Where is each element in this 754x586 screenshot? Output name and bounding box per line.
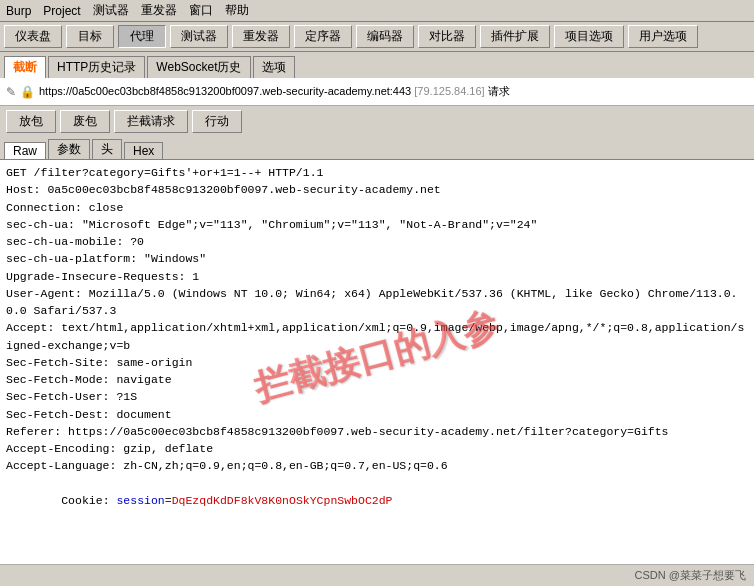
toolbar-dashboard[interactable]: 仪表盘 — [4, 25, 62, 48]
toolbar-user-options[interactable]: 用户选项 — [628, 25, 698, 48]
menu-window[interactable]: 窗口 — [187, 2, 215, 19]
btn-intercept[interactable]: 拦截请求 — [114, 110, 188, 133]
toolbar-repeater[interactable]: 重发器 — [232, 25, 290, 48]
request-line-8: User-Agent: Mozilla/5.0 (Windows NT 10.0… — [6, 285, 748, 320]
edit-icon: ✎ — [6, 85, 16, 99]
url-text: https://0a5c00ec03bcb8f4858c913200bf0097… — [39, 84, 748, 99]
btn-action[interactable]: 行动 — [192, 110, 242, 133]
toolbar-decoder[interactable]: 编码器 — [356, 25, 414, 48]
request-line-15: Accept-Encoding: gzip, deflate — [6, 440, 748, 457]
menu-bar: Burp Project 测试器 重发器 窗口 帮助 — [0, 0, 754, 22]
menu-help[interactable]: 帮助 — [223, 2, 251, 19]
menu-repeater[interactable]: 重发器 — [139, 2, 179, 19]
toolbar-sequencer[interactable]: 定序器 — [294, 25, 352, 48]
btn-forward[interactable]: 放包 — [6, 110, 56, 133]
url-request-label: 请求 — [488, 85, 510, 97]
tab-options[interactable]: 选项 — [253, 56, 295, 78]
sub-tab-params[interactable]: 参数 — [48, 139, 90, 159]
toolbar-intruder[interactable]: 测试器 — [170, 25, 228, 48]
url-href: https://0a5c00ec03bcb8f4858c913200bf0097… — [39, 85, 411, 97]
sub-tab-row: Raw 参数 头 Hex — [0, 136, 754, 160]
request-line-13: Sec-Fetch-Dest: document — [6, 406, 748, 423]
action-row: 放包 废包 拦截请求 行动 — [0, 106, 754, 136]
request-line-11: Sec-Fetch-Mode: navigate — [6, 371, 748, 388]
toolbar-target[interactable]: 目标 — [66, 25, 114, 48]
menu-project[interactable]: Project — [41, 4, 82, 18]
toolbar: 仪表盘 目标 代理 测试器 重发器 定序器 编码器 对比器 插件扩展 项目选项 … — [0, 22, 754, 52]
toolbar-proxy[interactable]: 代理 — [118, 25, 166, 48]
cookie-eq: = — [165, 494, 172, 507]
tab-websocket-history[interactable]: WebSocket历史 — [147, 56, 250, 78]
url-ip-val: [79.125.84.16] — [414, 85, 484, 97]
request-line-5: sec-ch-ua-mobile: ?0 — [6, 233, 748, 250]
request-body[interactable]: 拦截接口的入参 GET /filter?category=Gifts'+or+1… — [0, 160, 754, 564]
url-bar: ✎ 🔒 https://0a5c00ec03bcb8f4858c913200bf… — [0, 78, 754, 106]
toolbar-comparer[interactable]: 对比器 — [418, 25, 476, 48]
request-line-7: Upgrade-Insecure-Requests: 1 — [6, 268, 748, 285]
content-area: ✎ 🔒 https://0a5c00ec03bcb8f4858c913200bf… — [0, 78, 754, 564]
sub-tab-headers[interactable]: 头 — [92, 139, 122, 159]
request-line-3: Connection: close — [6, 199, 748, 216]
lock-icon: 🔒 — [20, 85, 35, 99]
btn-drop[interactable]: 废包 — [60, 110, 110, 133]
tab-http-history[interactable]: HTTP历史记录 — [48, 56, 145, 78]
request-line-10: Sec-Fetch-Site: same-origin — [6, 354, 748, 371]
request-line-12: Sec-Fetch-User: ?1S — [6, 388, 748, 405]
cookie-val: DqEzqdKdDF8kV8K0nOSkYCpnSwbOC2dP — [172, 494, 393, 507]
cookie-key: session — [116, 494, 164, 507]
request-line-6: sec-ch-ua-platform: "Windows" — [6, 250, 748, 267]
request-line-1: GET /filter?category=Gifts'+or+1=1--+ HT… — [6, 164, 748, 181]
toolbar-extender[interactable]: 插件扩展 — [480, 25, 550, 48]
app-window: Burp Project 测试器 重发器 窗口 帮助 仪表盘 目标 代理 测试器… — [0, 0, 754, 586]
footer-text: CSDN @菜菜子想要飞 — [635, 568, 746, 583]
menu-tester[interactable]: 测试器 — [91, 2, 131, 19]
proxy-tab-row: 截断 HTTP历史记录 WebSocket历史 选项 — [0, 52, 754, 78]
sub-tab-hex[interactable]: Hex — [124, 142, 163, 159]
request-line-16: Accept-Language: zh-CN,zh;q=0.9,en;q=0.8… — [6, 457, 748, 474]
request-line-4: sec-ch-ua: "Microsoft Edge";v="113", "Ch… — [6, 216, 748, 233]
menu-burp[interactable]: Burp — [4, 4, 33, 18]
request-line-14: Referer: https://0a5c00ec03bcb8f4858c913… — [6, 423, 748, 440]
toolbar-project-options[interactable]: 项目选项 — [554, 25, 624, 48]
cookie-label: Cookie: — [61, 494, 116, 507]
tab-intercept[interactable]: 截断 — [4, 56, 46, 78]
footer: CSDN @菜菜子想要飞 — [0, 564, 754, 586]
sub-tab-raw[interactable]: Raw — [4, 142, 46, 159]
request-line-9: Accept: text/html,application/xhtml+xml,… — [6, 319, 748, 354]
request-line-2: Host: 0a5c00ec03bcb8f4858c913200bf0097.w… — [6, 181, 748, 198]
request-line-17: Cookie: session=DqEzqdKdDF8kV8K0nOSkYCpn… — [6, 475, 748, 527]
